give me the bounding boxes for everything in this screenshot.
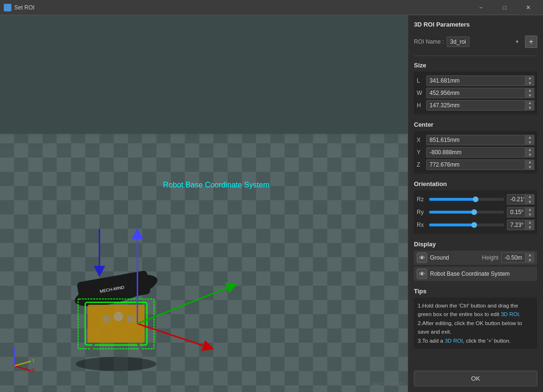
tips-line3-end: , click the '+' button. (463, 338, 511, 344)
tips-line3: 3.To add a (418, 338, 445, 344)
center-Z-up[interactable]: ▲ (525, 159, 534, 165)
robot-base-label: Robot Base Coordinate System (430, 271, 534, 277)
svg-rect-11 (88, 305, 145, 343)
panel-header: 3D ROI Parameters (414, 21, 537, 28)
rz-slider-track[interactable] (429, 198, 504, 201)
height-up[interactable]: ▲ (525, 252, 534, 258)
size-W-down[interactable]: ▼ (525, 93, 534, 98)
rx-value-wrapper: ▲ ▼ (507, 220, 534, 230)
rz-row: Rz ▲ ▼ (417, 194, 534, 205)
center-X-input[interactable] (426, 135, 534, 145)
center-X-up[interactable]: ▲ (525, 135, 534, 140)
size-W-input-wrapper: ▲ ▼ (426, 88, 534, 98)
size-H-up[interactable]: ▲ (525, 100, 534, 105)
tips-label: Tips (414, 288, 537, 295)
center-section: Center X ▲ ▼ Y (414, 121, 537, 176)
display-ground-row: 👁 Ground Height ▲ ▼ (414, 251, 537, 265)
rx-row: Rx ▲ ▼ (417, 220, 534, 230)
add-roi-button[interactable]: + (525, 36, 537, 48)
rz-up[interactable]: ▲ (525, 194, 534, 199)
minimize-button[interactable]: − (470, 0, 492, 15)
size-W-up[interactable]: ▲ (525, 88, 534, 93)
size-L-row: L ▲ ▼ (417, 75, 534, 86)
svg-point-16 (127, 315, 134, 323)
divider-1 (414, 56, 537, 56)
svg-text:X: X (32, 368, 35, 373)
size-H-spinner: ▲ ▼ (525, 100, 534, 111)
center-Y-input-wrapper: ▲ ▼ (426, 147, 534, 158)
rz-spinner: ▲ ▼ (525, 194, 534, 205)
titlebar: Set ROI − □ ✕ (0, 0, 543, 15)
roi-name-select-wrapper[interactable]: 3d_roi (447, 37, 522, 47)
center-Y-down[interactable]: ▼ (525, 152, 534, 158)
roi-name-select[interactable]: 3d_roi (447, 37, 469, 47)
center-Z-input-wrapper: ▲ ▼ (426, 159, 534, 170)
size-H-input[interactable] (426, 100, 534, 111)
rx-down[interactable]: ▼ (525, 225, 534, 230)
height-down[interactable]: ▼ (525, 258, 534, 263)
ok-button[interactable]: OK (414, 371, 537, 386)
center-Y-input[interactable] (426, 147, 534, 158)
size-H-down[interactable]: ▼ (525, 105, 534, 111)
size-W-input[interactable] (426, 88, 534, 98)
svg-line-30 (14, 361, 31, 366)
3d-viewport[interactable]: MECH-MIND (0, 15, 408, 392)
center-Z-label: Z (417, 161, 423, 168)
display-label: Display (414, 241, 537, 248)
axis-indicator: X Y Z (9, 345, 38, 373)
ry-slider-fill (429, 211, 474, 214)
ry-up[interactable]: ▲ (525, 207, 534, 212)
rx-slider-track[interactable] (429, 224, 504, 226)
watermark: MECH-MIND (373, 382, 403, 387)
center-Z-spinner: ▲ ▼ (525, 159, 534, 170)
center-params: X ▲ ▼ Y ▲ ▼ (414, 131, 537, 174)
center-X-down[interactable]: ▼ (525, 140, 534, 145)
rx-spinner: ▲ ▼ (525, 220, 534, 230)
size-L-spinner: ▲ ▼ (525, 75, 534, 86)
rz-down[interactable]: ▼ (525, 199, 534, 205)
size-L-label: L (417, 77, 423, 84)
close-button[interactable]: ✕ (517, 0, 539, 15)
size-L-input[interactable] (426, 75, 534, 86)
center-label: Center (414, 121, 537, 128)
ground-eye-button[interactable]: 👁 (417, 252, 427, 263)
height-spinner: ▲ ▼ (525, 252, 534, 263)
size-L-down[interactable]: ▼ (525, 81, 534, 86)
svg-text:Y: Y (32, 358, 35, 364)
tips-section: Tips 1.Hold down the 'Ctrl' button and d… (414, 288, 537, 349)
size-L-input-wrapper: ▲ ▼ (426, 75, 534, 86)
display-robot-base-row: 👁 Robot Base Coordinate System (414, 267, 537, 281)
rz-slider-fill (429, 198, 476, 201)
size-H-input-wrapper: ▲ ▼ (426, 100, 534, 111)
orientation-params: Rz ▲ ▼ Ry (414, 190, 537, 234)
size-section: Size L ▲ ▼ W (414, 62, 537, 116)
size-L-up[interactable]: ▲ (525, 75, 534, 81)
center-Z-down[interactable]: ▼ (525, 165, 534, 170)
rx-up[interactable]: ▲ (525, 220, 534, 225)
rz-value-wrapper: ▲ ▼ (507, 194, 534, 205)
size-W-row: W ▲ ▼ (417, 88, 534, 98)
size-params: L ▲ ▼ W ▲ ▼ (414, 72, 537, 114)
center-Y-row: Y ▲ ▼ (417, 147, 534, 158)
ry-slider-track[interactable] (429, 211, 504, 214)
tips-link1[interactable]: 3D ROI (501, 311, 519, 317)
svg-text:Z: Z (10, 345, 13, 347)
center-X-input-wrapper: ▲ ▼ (426, 135, 534, 145)
window-controls: − □ ✕ (470, 0, 539, 15)
tips-link3[interactable]: 3D ROI (445, 338, 463, 344)
svg-point-15 (114, 312, 123, 321)
tips-content: 1.Hold down the 'Ctrl' button and drag t… (414, 298, 537, 349)
robot-base-eye-button[interactable]: 👁 (417, 269, 427, 279)
size-label: Size (414, 62, 537, 69)
tips-line1-end: . (519, 311, 521, 317)
size-W-label: W (417, 90, 423, 96)
center-X-label: X (417, 137, 423, 143)
size-H-row: H ▲ ▼ (417, 100, 534, 111)
orientation-label: Orientation (414, 180, 537, 187)
maximize-button[interactable]: □ (494, 0, 515, 15)
ry-spinner: ▲ ▼ (525, 207, 534, 217)
ry-down[interactable]: ▼ (525, 212, 534, 217)
center-Y-up[interactable]: ▲ (525, 147, 534, 152)
center-Z-input[interactable] (426, 159, 534, 170)
rx-slider-fill (429, 224, 474, 226)
